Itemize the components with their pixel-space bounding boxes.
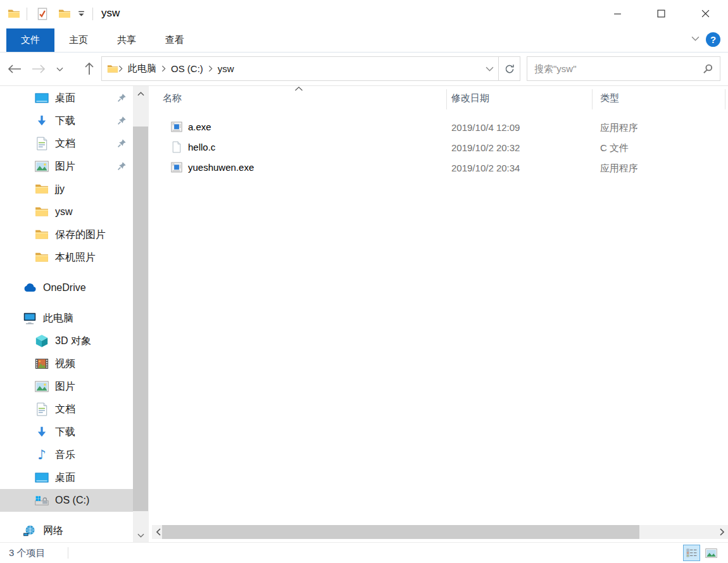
breadcrumb-chevron-icon[interactable]	[208, 65, 213, 72]
expand-ribbon-chevron-icon[interactable]	[691, 36, 701, 44]
sidebar-item-music[interactable]: ♪音乐	[0, 443, 133, 466]
refresh-button[interactable]	[498, 57, 520, 80]
sidebar-scrollbar[interactable]	[133, 86, 149, 543]
file-date: 2019/10/2 20:34	[451, 163, 520, 173]
sidebar-item-label: jjy	[55, 183, 65, 195]
desktop-icon	[35, 471, 49, 485]
sidebar-tree: 桌面下载文档图片jjyysw保存的图片本机照片OneDrive此电脑3D 对象视…	[0, 87, 133, 542]
column-header-date[interactable]: 修改日期	[451, 92, 489, 104]
column-header-type[interactable]: 类型	[600, 92, 619, 104]
sidebar-item-label: 桌面	[55, 92, 75, 105]
sidebar-item-ysw[interactable]: ysw	[0, 201, 133, 223]
back-button[interactable]	[7, 61, 22, 77]
pin-icon	[117, 161, 127, 171]
sidebar-item-label: 下载	[55, 426, 75, 439]
scroll-right-icon[interactable]	[717, 525, 727, 539]
sidebar-item-downloads-pinned[interactable]: 下载	[0, 109, 133, 132]
sidebar-item-jjy[interactable]: jjy	[0, 178, 133, 201]
tab-view[interactable]: 查看	[157, 28, 192, 52]
sidebar-item-label: 图片	[55, 160, 75, 173]
sidebar-item-pictures[interactable]: 图片	[0, 375, 133, 398]
thumbnail-view-button[interactable]	[703, 545, 720, 561]
scroll-down-icon[interactable]	[133, 529, 149, 541]
file-row-yueshuwen.exe[interactable]: yueshuwen.exe2019/10/2 20:34应用程序	[152, 158, 728, 178]
help-button[interactable]: ?	[706, 32, 720, 47]
sidebar-item-label: 图片	[55, 380, 75, 393]
minimize-button[interactable]	[603, 0, 632, 27]
breadcrumb-item-2[interactable]: ysw	[213, 63, 239, 74]
file-name: yueshuwen.exe	[188, 162, 254, 173]
search-input[interactable]	[527, 57, 720, 80]
sidebar-item-documents-pinned[interactable]: 文档	[0, 132, 133, 155]
sidebar-item-this-pc[interactable]: 此电脑	[0, 307, 133, 330]
cube-icon	[35, 334, 49, 348]
sidebar-item-desktop[interactable]: 桌面	[0, 466, 133, 489]
sidebar-item-label: 此电脑	[43, 312, 73, 325]
file-row-hello.c[interactable]: hello.c2019/10/2 20:32C 文件	[152, 137, 728, 158]
forward-button[interactable]	[31, 61, 46, 77]
video-icon	[35, 357, 49, 371]
pictures-icon	[35, 159, 49, 173]
sidebar-scrollbar-thumb[interactable]	[133, 127, 148, 511]
address-dropdown-chevron[interactable]	[480, 57, 498, 80]
details-view-button[interactable]	[683, 545, 700, 561]
scroll-up-icon[interactable]	[133, 88, 149, 99]
sidebar-item-documents[interactable]: 文档	[0, 398, 133, 421]
pin-icon	[117, 93, 127, 102]
pin-icon	[117, 116, 127, 125]
pin-icon	[117, 139, 127, 148]
window-title: ysw	[101, 7, 120, 20]
breadcrumb-chevron-icon[interactable]	[118, 65, 123, 72]
maximize-button[interactable]	[646, 0, 675, 27]
qat-separator-2	[92, 8, 93, 20]
sidebar-item-videos[interactable]: 视频	[0, 352, 133, 375]
file-name: hello.c	[188, 142, 215, 152]
column-headers: 名称 修改日期 类型	[152, 86, 728, 113]
sidebar-item-desktop-pinned[interactable]: 桌面	[0, 87, 133, 109]
sidebar-item-label: 网络	[43, 524, 63, 538]
up-button[interactable]	[82, 61, 97, 77]
sidebar-item-os-c[interactable]: OS (C:)	[0, 489, 133, 512]
sidebar-item-label: 下载	[55, 114, 75, 128]
breadcrumb-item-0[interactable]: 此电脑	[123, 63, 161, 75]
sidebar-section-network: 网络	[0, 519, 133, 542]
horizontal-scrollbar-thumb[interactable]	[162, 525, 639, 539]
column-header-name[interactable]: 名称	[163, 92, 182, 104]
breadcrumb-chevron-icon[interactable]	[161, 65, 166, 72]
sidebar-section-this-pc: 此电脑3D 对象视频图片文档下载♪音乐桌面OS (C:)	[0, 307, 133, 512]
breadcrumb-item-1[interactable]: OS (C:)	[166, 63, 208, 74]
navigation-pane: 桌面下载文档图片jjyysw保存的图片本机照片OneDrive此电脑3D 对象视…	[0, 86, 149, 543]
properties-button[interactable]	[36, 8, 49, 20]
sidebar-item-camera-roll[interactable]: 本机照片	[0, 246, 133, 269]
horizontal-scrollbar[interactable]	[152, 525, 728, 539]
recent-locations-chevron[interactable]	[54, 61, 65, 77]
tab-home[interactable]: 主页	[61, 28, 96, 52]
download-icon	[35, 425, 49, 439]
download-icon	[35, 114, 49, 128]
sidebar-item-saved-pictures[interactable]: 保存的图片	[0, 223, 133, 246]
address-bar[interactable]: 此电脑OS (C:)ysw	[101, 56, 520, 81]
sidebar-item-downloads[interactable]: 下载	[0, 421, 133, 443]
onedrive-icon	[23, 281, 37, 295]
sidebar-item-label: 3D 对象	[55, 335, 91, 348]
sidebar-item-pictures-pinned[interactable]: 图片	[0, 155, 133, 178]
address-folder-icon	[107, 64, 118, 74]
app-folder-icon	[8, 8, 20, 20]
file-list-pane: 名称 修改日期 类型 a.exe2019/10/4 12:09应用程序hello…	[152, 86, 728, 543]
close-button[interactable]	[691, 0, 720, 27]
file-name: a.exe	[188, 121, 211, 132]
sidebar-item-onedrive[interactable]: OneDrive	[0, 276, 133, 299]
tab-share[interactable]: 共享	[109, 28, 144, 52]
cfile-file-icon	[171, 141, 182, 153]
file-row-a.exe[interactable]: a.exe2019/10/4 12:09应用程序	[152, 117, 728, 137]
main-area: 桌面下载文档图片jjyysw保存的图片本机照片OneDrive此电脑3D 对象视…	[0, 86, 728, 543]
qat-customize-dropdown[interactable]	[77, 10, 85, 18]
new-folder-button[interactable]	[58, 8, 71, 20]
navigation-toolbar: 此电脑OS (C:)ysw	[0, 53, 728, 86]
sidebar-item-3d-objects[interactable]: 3D 对象	[0, 330, 133, 352]
ribbon-tab-row: 文件主页共享查看	[0, 28, 728, 53]
sidebar-item-label: 保存的图片	[55, 228, 106, 242]
tab-file[interactable]: 文件	[6, 28, 54, 52]
sidebar-section-quick-access: 桌面下载文档图片jjyysw保存的图片本机照片	[0, 87, 133, 269]
sidebar-item-network[interactable]: 网络	[0, 519, 133, 542]
